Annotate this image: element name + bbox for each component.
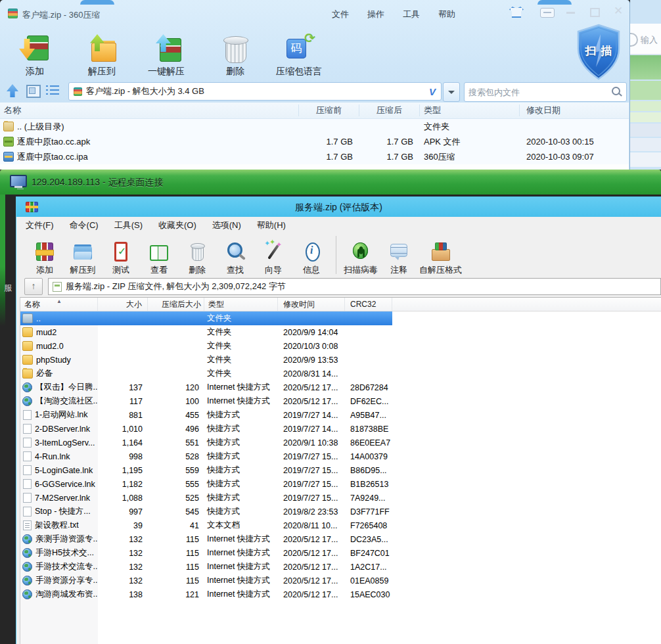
table-row[interactable]: 5-LoginGate.lnk 1,195 559 快捷方式 2019/7/27… (20, 463, 392, 477)
file-size: 1,195 (98, 466, 148, 475)
toolbar-button[interactable]: 添加 (26, 241, 64, 276)
file-icon (22, 396, 32, 406)
file-name: 淘游商城发布资... (35, 589, 98, 600)
toolbar-button[interactable]: 自解压格式 (418, 241, 463, 276)
search-input[interactable] (465, 87, 610, 97)
column-header-type[interactable]: 类型 (204, 298, 278, 311)
file-name: 手游技术交流专... (35, 561, 98, 572)
table-row[interactable]: 逐鹿中原tao.cc.ipa 1.7 GB 1.7 GB 360压缩 2020-… (0, 149, 629, 164)
skin-icon[interactable] (509, 7, 524, 18)
menu-item[interactable]: 文件 (332, 9, 349, 20)
file-icon (22, 576, 32, 586)
table-row[interactable]: phpStudy 文件夹 2020/9/9 13:53 (20, 353, 392, 367)
toolbar-button[interactable]: 删除 (178, 241, 216, 276)
rdp-connection-bar[interactable]: 129.204.189.113 - 远程桌面连接 (0, 170, 661, 195)
table-row[interactable]: 3-ItemLogServ... 1,164 551 快捷方式 2020/9/1… (20, 436, 392, 449)
toolbar-button[interactable]: 信息 (292, 241, 330, 276)
feedback-icon[interactable] (540, 8, 555, 18)
table-row[interactable]: 淘游商城发布资... 138 121 Internet 快捷方式 2020/5/… (20, 587, 392, 601)
up-directory-icon[interactable] (5, 83, 20, 98)
menu-item[interactable]: 帮助(H) (257, 219, 286, 231)
grid-view-icon[interactable] (26, 85, 41, 98)
toolbar-button[interactable]: 一键解压 (138, 28, 194, 78)
table-row[interactable]: 手游资源分享专... 132 115 Internet 快捷方式 2020/5/… (20, 574, 392, 587)
column-headers: 名称▲ 大小 压缩后大小 类型 修改时间 CRC32 (20, 298, 661, 311)
scan-button[interactable]: 扫描 (574, 24, 623, 80)
toolbar-icon (110, 241, 132, 263)
menu-item[interactable]: 工具(S) (114, 219, 143, 231)
table-row[interactable]: Stop - 快捷方... 997 545 快捷方式 2019/8/2 23:5… (20, 505, 392, 518)
toolbar-button[interactable]: 扫描病毒 (342, 241, 380, 276)
menu-item[interactable]: 操作 (367, 9, 384, 20)
table-row[interactable]: 架设教程.txt 39 41 文本文档 2020/8/11 10... F726… (20, 518, 392, 532)
address-bar[interactable]: 客户端.zip - 解包大小为 3.4 GB V (68, 82, 442, 101)
column-header-name[interactable]: 名称 (0, 104, 299, 116)
winrar-titlebar[interactable]: 服务端.zip (评估版本) (16, 197, 661, 217)
list-view-icon[interactable] (46, 85, 59, 95)
minimize-icon[interactable] (566, 12, 575, 14)
table-row[interactable]: 7-M2Server.lnk 1,088 525 快捷方式 2019/7/27 … (20, 491, 392, 505)
column-header-type[interactable]: 类型 (420, 104, 520, 116)
toolbar-button[interactable]: 压缩包语言 (276, 28, 322, 78)
table-row[interactable]: 【淘游交流社区... 117 100 Internet 快捷方式 2020/5/… (20, 394, 392, 408)
table-row[interactable]: 4-Run.lnk 998 528 快捷方式 2019/7/27 15... 1… (20, 449, 392, 463)
column-header-after[interactable]: 压缩后 (359, 104, 420, 116)
toolbar-button[interactable]: 查看 (140, 241, 178, 276)
search-icon[interactable] (610, 86, 622, 98)
maximize-icon[interactable] (590, 8, 600, 17)
table-row[interactable]: mud2.0 文件夹 2020/10/3 0:08 (20, 339, 392, 353)
table-row[interactable]: 必备 文件夹 2020/8/31 14... (20, 367, 392, 380)
toolbar-button[interactable]: 添加 (4, 28, 66, 78)
table-row[interactable]: 手游技术交流专... 132 115 Internet 快捷方式 2020/5/… (20, 560, 392, 574)
toolbar-icon (262, 241, 285, 263)
toolbar-button[interactable]: 解压到 (64, 241, 102, 276)
winrar-address-row: ↑ 服务端.zip - ZIP 压缩文件, 解包大小为 2,309,072,24… (16, 277, 661, 296)
toolbar-button[interactable]: 查找 (216, 241, 254, 276)
table-row[interactable]: .. 文件夹 (20, 311, 392, 325)
titlebar[interactable]: 客户端.zip - 360压缩 文件操作工具帮助 ✕ (0, 0, 629, 25)
archive-path-combo[interactable]: 服务端.zip - ZIP 压缩文件, 解包大小为 2,309,072,242 … (48, 278, 661, 295)
menu-item[interactable]: 帮助 (438, 9, 455, 20)
toolbar-button[interactable]: 解压到 (66, 28, 138, 78)
table-row[interactable]: mud2 文件夹 2020/9/9 14:04 (20, 325, 392, 339)
column-header-size[interactable]: 大小 (98, 298, 148, 311)
toolbar-button[interactable]: 注释 (380, 241, 418, 276)
column-headers: 名称 压缩前 压缩后 类型 修改日期 (0, 103, 629, 119)
menu-item[interactable]: 命令(C) (70, 219, 99, 231)
size-after: 1.7 GB (359, 137, 420, 147)
file-icon (23, 438, 32, 448)
column-header-packed[interactable]: 压缩后大小 (148, 298, 204, 311)
file-type: 快捷方式 (204, 409, 278, 421)
column-header-name[interactable]: 名称▲ (20, 298, 98, 311)
toolbar-button[interactable]: 删除 (194, 28, 276, 78)
table-row[interactable]: 6-GGService.lnk 1,182 555 快捷方式 2019/7/27… (20, 477, 392, 491)
modified-time: 2019/7/27 15... (278, 494, 345, 503)
table-row[interactable]: 手游H5技术交... 132 115 Internet 快捷方式 2020/5/… (20, 546, 392, 560)
crc32-value: 15AEC030 (345, 590, 392, 599)
table-row[interactable]: .. (上级目录) 文件夹 (0, 119, 629, 134)
column-header-crc[interactable]: CRC32 (345, 298, 392, 311)
table-row[interactable]: 1-启动网站.lnk 881 455 快捷方式 2019/7/27 14... … (20, 408, 392, 422)
file-name: 6-GGService.lnk (35, 480, 95, 489)
column-header-date[interactable]: 修改日期 (520, 104, 629, 116)
close-icon[interactable]: ✕ (612, 5, 624, 17)
menu-item[interactable]: 收藏夹(O) (158, 219, 196, 231)
packed-size: 115 (148, 563, 204, 572)
toolbar-button[interactable]: 向导 (254, 241, 292, 276)
address-dropdown-button[interactable] (443, 82, 460, 102)
toolbar-button[interactable]: 测试 (102, 241, 140, 276)
column-header-before[interactable]: 压缩前 (299, 104, 359, 116)
crc32-value: DF62EC... (345, 397, 392, 406)
up-directory-button[interactable]: ↑ (24, 278, 43, 295)
menu-item[interactable]: 工具 (403, 9, 420, 20)
table-row[interactable]: 2-DBServer.lnk 1,010 496 快捷方式 2019/7/27 … (20, 422, 392, 436)
table-row[interactable]: 【双击】今日腾... 137 120 Internet 快捷方式 2020/5/… (20, 380, 392, 394)
column-header-mtime[interactable]: 修改时间 (278, 298, 345, 311)
file-type: 文件夹 (204, 327, 278, 338)
table-row[interactable]: 逐鹿中原tao.cc.apk 1.7 GB 1.7 GB APK 文件 2020… (0, 134, 629, 149)
table-row[interactable]: 亲测手游资源专... 132 115 Internet 快捷方式 2020/5/… (20, 532, 392, 546)
menu-item[interactable]: 选项(N) (212, 219, 241, 231)
file-size: 1,164 (98, 438, 148, 448)
address-v-badge: V (429, 86, 436, 97)
menu-item[interactable]: 文件(F) (26, 219, 54, 231)
